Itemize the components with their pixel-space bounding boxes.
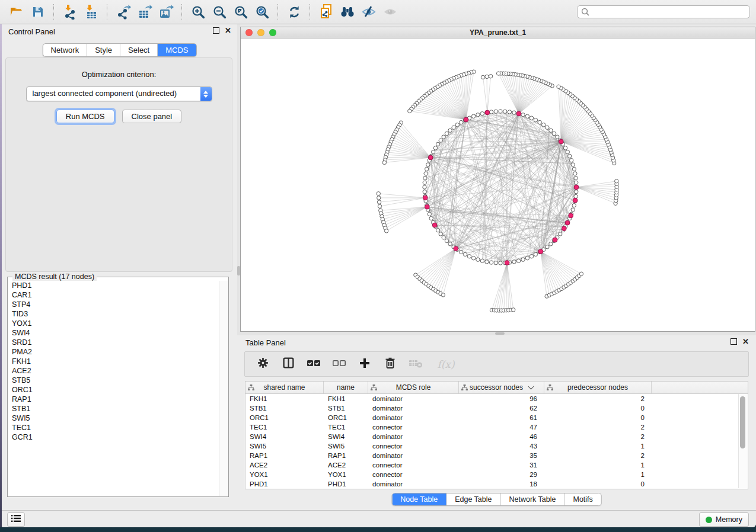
zoom-out-button[interactable] <box>209 2 230 21</box>
table-scrollbar[interactable] <box>738 394 747 488</box>
clear-selection-button[interactable] <box>332 357 346 371</box>
network-canvas[interactable] <box>241 39 755 331</box>
cell-shared-name: STB1 <box>245 403 324 413</box>
close-table-panel-icon[interactable]: ✕ <box>742 338 749 345</box>
cell-name: RAP1 <box>324 451 368 460</box>
mcds-result-item[interactable]: PMA2 <box>8 347 219 357</box>
export-image-button[interactable] <box>155 2 177 21</box>
network-graph[interactable] <box>241 39 755 331</box>
table-row[interactable]: RAP1RAP1dominator352 <box>245 451 748 460</box>
mcds-result-item[interactable]: RAP1 <box>8 395 219 404</box>
table-row[interactable]: PHD1PHD1dominator180 <box>245 479 748 489</box>
search-input[interactable] <box>577 5 750 18</box>
cell-successor-nodes: 47 <box>459 422 544 432</box>
tab-network-table[interactable]: Network Table <box>500 493 564 505</box>
mcds-result-item[interactable]: YOX1 <box>8 319 219 328</box>
table-row[interactable]: SWI4SWI4dominator462 <box>245 432 748 441</box>
table-row[interactable]: FKH1FKH1dominator962 <box>245 394 748 403</box>
cell-shared-name: YOX1 <box>245 470 324 479</box>
mcds-result-item[interactable]: ORC1 <box>8 385 219 395</box>
mcds-result-item[interactable]: ACE2 <box>8 366 219 376</box>
column-header-shared-name[interactable]: shared name <box>245 382 324 393</box>
select-all-button[interactable] <box>307 357 321 371</box>
column-header-predecessor-nodes[interactable]: predecessor nodes <box>544 382 652 393</box>
mcds-result-item[interactable]: STB1 <box>8 404 219 414</box>
cell-name: TEC1 <box>324 422 368 432</box>
table-row[interactable]: ORC1ORC1dominator610 <box>245 413 748 422</box>
first-neighbors-button[interactable] <box>337 2 358 21</box>
toolbar-separator <box>53 4 55 20</box>
column-header-name[interactable]: name <box>324 382 368 393</box>
mcds-result-item[interactable]: GCR1 <box>8 432 219 442</box>
run-mcds-button[interactable]: Run MCDS <box>56 110 114 123</box>
table-row[interactable]: STB1STB1dominator620 <box>245 403 748 413</box>
column-header-mcds-role[interactable]: MCDS role <box>368 382 459 393</box>
status-bar: Memory <box>0 510 756 527</box>
mcds-result-item[interactable]: PHD1 <box>8 281 219 290</box>
import-network-button[interactable] <box>59 2 81 21</box>
table-row[interactable]: TEC1TEC1connector472 <box>245 422 748 432</box>
delete-column-button[interactable] <box>383 357 397 371</box>
clear-selection-icon <box>332 358 346 370</box>
mcds-result-item[interactable]: STP4 <box>8 300 219 309</box>
memory-status-icon <box>706 517 712 523</box>
horizontal-splitter-handle[interactable] <box>495 332 505 335</box>
clone-network-button[interactable] <box>315 2 337 21</box>
cell-mcds-role: dominator <box>368 451 459 460</box>
export-network-button[interactable] <box>113 2 134 21</box>
import-network-icon <box>62 4 78 20</box>
cell-successor-nodes: 46 <box>459 432 544 441</box>
apply-function-button[interactable]: f(x) <box>434 357 458 371</box>
add-column-button[interactable] <box>358 357 372 371</box>
save-session-button[interactable] <box>27 2 49 21</box>
export-table-button[interactable] <box>134 2 155 21</box>
table-row[interactable]: SWI5SWI5connector431 <box>245 441 748 451</box>
tab-network[interactable]: Network <box>43 44 87 56</box>
mcds-result-item[interactable]: FKH1 <box>8 357 219 366</box>
table-row[interactable]: YOX1YOX1connector291 <box>245 470 748 479</box>
close-panel-button[interactable]: Close panel <box>122 110 182 123</box>
memory-button[interactable]: Memory <box>699 512 749 527</box>
tab-style[interactable]: Style <box>87 44 120 56</box>
show-column-button[interactable] <box>281 357 295 371</box>
optimization-criterion-select[interactable]: largest connected component (undirected) <box>26 86 212 101</box>
mcds-result-item[interactable]: SWI4 <box>8 328 219 338</box>
tab-motifs[interactable]: Motifs <box>564 493 601 505</box>
mcds-result-item[interactable]: STB5 <box>8 376 219 385</box>
refresh-layout-button[interactable] <box>283 2 305 21</box>
memory-label: Memory <box>716 515 742 524</box>
mcds-result-item[interactable]: SRD1 <box>8 338 219 347</box>
zoom-fit-button[interactable] <box>230 2 251 21</box>
show-details-button[interactable] <box>379 2 401 21</box>
select-stepper-icon <box>200 87 212 101</box>
tab-mcds[interactable]: MCDS <box>157 44 196 56</box>
mcds-result-item[interactable]: SWI5 <box>8 414 219 423</box>
cell-successor-nodes: 96 <box>459 394 544 403</box>
table-scrollbar-thumb[interactable] <box>740 396 745 448</box>
tab-select[interactable]: Select <box>120 44 157 56</box>
mcds-result-item[interactable]: CAR1 <box>8 290 219 300</box>
table-options-button[interactable] <box>256 357 270 371</box>
show-panels-button[interactable] <box>7 512 25 527</box>
table-row[interactable]: ACE2ACE2connector311 <box>245 460 748 470</box>
cell-successor-nodes: 43 <box>459 441 544 451</box>
clone-network-icon <box>318 4 334 20</box>
refresh-icon <box>287 5 302 20</box>
tab-node-table[interactable]: Node Table <box>392 493 446 505</box>
cell-predecessor-nodes: 1 <box>544 460 652 470</box>
float-table-panel-icon[interactable] <box>731 338 737 345</box>
open-session-button[interactable] <box>6 2 27 21</box>
zoom-selected-button[interactable] <box>251 2 273 21</box>
mcds-result-item[interactable]: TID3 <box>8 309 219 319</box>
control-panel-tabs: NetworkStyleSelectMCDS <box>42 43 196 57</box>
hide-details-button[interactable] <box>358 2 379 21</box>
mcds-result-scrollbar[interactable] <box>219 281 228 496</box>
float-panel-icon[interactable] <box>213 27 219 34</box>
close-panel-icon[interactable]: ✕ <box>225 27 231 34</box>
delete-table-button[interactable] <box>409 357 423 371</box>
column-header-successor-nodes[interactable]: successor nodes <box>459 382 544 393</box>
zoom-in-button[interactable] <box>187 2 209 21</box>
tab-edge-table[interactable]: Edge Table <box>446 493 500 505</box>
import-table-button[interactable] <box>81 2 102 21</box>
mcds-result-item[interactable]: TEC1 <box>8 423 219 432</box>
